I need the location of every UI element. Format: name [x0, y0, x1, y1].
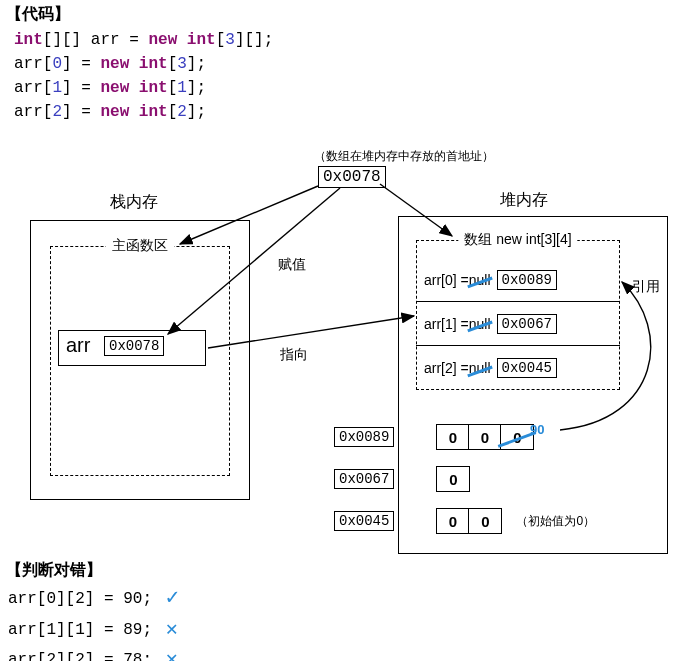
judge-line-2: arr[2][2] = 78; ✕	[8, 645, 179, 661]
code-line-4: arr[2] = new int[2];	[14, 100, 273, 124]
stack-title: 栈内存	[110, 192, 158, 213]
judge-section-title: 【判断对错】	[6, 560, 102, 581]
cross-icon: ✕	[166, 615, 178, 645]
code-section-title: 【代码】	[6, 4, 70, 25]
heap-address-note: （数组在堆内存中存放的首地址）	[314, 148, 494, 165]
assign-label: 赋值	[278, 256, 306, 274]
top-address-box: 0x0078	[318, 166, 386, 188]
check-icon: ✓	[166, 582, 179, 615]
code-line-2: arr[0] = new int[3];	[14, 52, 273, 76]
point-label: 指向	[280, 346, 308, 364]
null-strike: null	[469, 360, 491, 376]
arr-row-2: arr[2] = null 0x0045	[416, 346, 620, 390]
mem2-cells: 0 0	[436, 508, 502, 534]
null-strike: null	[469, 272, 491, 288]
init-note: （初始值为0）	[516, 513, 595, 530]
main-area-title: 主函数区	[106, 237, 174, 255]
arr-address: 0x0078	[104, 336, 164, 356]
overlay-90: 90	[530, 422, 544, 437]
mem-row-0: 0x0089 0 0 0 90	[334, 418, 595, 456]
code-line-3: arr[1] = new int[1];	[14, 76, 273, 100]
cross-icon: ✕	[166, 645, 178, 661]
mem1-addr: 0x0067	[334, 469, 394, 489]
mem0-cells: 0 0 0	[436, 424, 534, 450]
heap-title: 堆内存	[500, 190, 548, 211]
mem0-addr: 0x0089	[334, 427, 394, 447]
mem2-addr: 0x0045	[334, 511, 394, 531]
arr-row-1: arr[1] = null 0x0067	[416, 302, 620, 346]
judge-line-1: arr[1][1] = 89; ✕	[8, 615, 179, 645]
mem1-cells: 0	[436, 466, 470, 492]
array-object-title: 数组 new int[3][4]	[458, 231, 577, 249]
row2-addr: 0x0045	[497, 358, 557, 378]
null-strike: null	[469, 316, 491, 332]
arr-row-0: arr[0] = null 0x0089	[416, 258, 620, 302]
row1-addr: 0x0067	[497, 314, 557, 334]
row0-addr: 0x0089	[497, 270, 557, 290]
mem-row-1: 0x0067 0	[334, 456, 595, 502]
arr-label: arr	[66, 334, 90, 357]
judge-line-0: arr[0][2] = 90; ✓	[8, 582, 179, 615]
code-line-1: int[][] arr = new int[3][];	[14, 28, 273, 52]
mem-row-2: 0x0045 0 0 （初始值为0）	[334, 502, 595, 540]
code-block: int[][] arr = new int[3][]; arr[0] = new…	[6, 24, 281, 128]
ref-label: 引用	[632, 278, 660, 296]
